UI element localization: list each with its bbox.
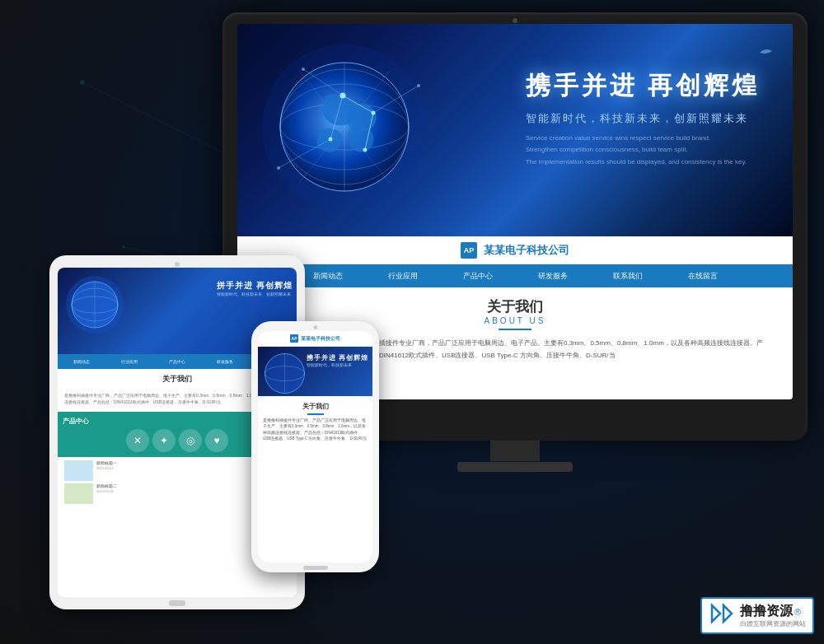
watermark-brand-name: 撸撸资源 [740,603,793,620]
phone-about-text: 是撸撸和插接件专业厂商，产品广泛应用于电脑周边、电子生产、主要有0.3mm、0.… [263,418,368,443]
monitor-hero-bg: 携手并进 再创辉煌 智能新时代，科技新未来，创新照耀未来 Service cre… [237,24,793,236]
tablet-globe [62,272,128,338]
tablet-product-icon-1: ✦ [152,429,176,452]
monitor-camera [513,18,517,23]
svg-marker-63 [723,605,732,622]
website-nav[interactable]: 新闻动态 行业应用 产品中心 研发服务 联系我们 在线留言 [237,264,793,287]
nav-item-news[interactable]: 新闻动态 [313,271,343,282]
nav-item-products[interactable]: 产品中心 [463,271,493,282]
tablet-news-text-1: 新闻标题二 [96,483,117,489]
phone-home-button[interactable] [303,566,328,570]
phone-title-underline [307,413,324,415]
svg-marker-62 [712,605,720,622]
phone-hero-title: 携手并进 再创辉煌 [307,353,368,362]
watermark-title-row: 撸撸资源 ® [740,603,806,620]
phone-logo-icon: AP [290,334,298,343]
tablet-news-date-0: 2023-10-01 [96,466,117,470]
tablet-nav-rd[interactable]: 研发服务 [217,359,233,364]
phone-camera [313,325,317,329]
hero-sub-title: 智能新时代，科技新未来，创新照耀未来 [526,111,760,126]
phone-device: AP 某某电子科技公司 携手并进 再创辉煌 智能新时代、科技新未来 [251,321,379,572]
tablet-product-icon-2: ◎ [179,429,202,452]
svg-point-44 [417,84,420,87]
tablet-product-icon-3: ♥ [205,429,228,452]
watermark-registered: ® [794,607,801,617]
nav-item-message[interactable]: 在线留言 [688,271,718,282]
svg-point-45 [277,166,280,170]
about-body-text: 是撸撸和插接件专业厂商，产品广泛应用于电脑周边、电子产品。主要有0.3mm、0.… [353,337,768,399]
tablet-news-img-0 [64,460,93,481]
phone-hero-text: 携手并进 再创辉煌 智能新时代、科技新未来 [307,353,368,367]
monitor-globe [254,36,435,217]
tablet-hero-title: 拼手并进 再创辉煌 [217,280,293,292]
phone-header: AP 某某电子科技公司 [258,331,372,347]
tablet-hero-sub: 智能新时代、科技新未来、创新照耀未来 [217,292,293,296]
phone-screen: AP 某某电子科技公司 携手并进 再创辉煌 智能新时代、科技新未来 [258,331,372,562]
tablet-nav-news[interactable]: 新闻动态 [73,359,90,364]
hero-main-title: 携手并进 再创辉煌 [526,69,760,103]
monitor-hero-text-block: 携手并进 再创辉煌 智能新时代，科技新未来，创新照耀未来 Service cre… [526,69,760,168]
logo-icon: AP [461,242,477,259]
phone-content: AP 某某电子科技公司 携手并进 再创辉煌 智能新时代、科技新未来 [258,331,372,562]
watermark: 撸撸资源 ® 白嫖互联网资源的网站 [700,597,814,634]
logo-text: 某某电子科技公司 [484,243,569,258]
tablet-news-text-0: 新闻标题一 [96,460,117,466]
about-title-cn: 关于我们 [262,297,768,316]
phone-frame: AP 某某电子科技公司 携手并进 再创辉煌 智能新时代、科技新未来 [251,321,379,572]
phone-hero: 携手并进 再创辉煌 智能新时代、科技新未来 [258,347,372,396]
watermark-text-area: 撸撸资源 ® 白嫖互联网资源的网站 [740,603,806,628]
nav-item-industry[interactable]: 行业应用 [388,271,418,282]
tablet-news-date-1: 2023-09-28 [96,489,117,493]
nav-item-contact[interactable]: 联系我们 [613,271,643,282]
tablet-home-button[interactable] [169,600,185,606]
tablet-news-img-1 [64,483,93,504]
watermark-subtitle: 白嫖互联网资源的网站 [740,620,806,628]
phone-about-section: 关于我们 是撸撸和插接件专业厂商，产品广泛应用于电脑周边、电子生产、主要有0.3… [258,396,372,446]
hero-en-desc: Service creation value service wins resp… [526,133,760,168]
svg-point-43 [302,68,305,71]
monitor-stand [457,441,573,472]
phone-hero-sub: 智能新时代、科技新未来 [307,362,368,367]
svg-point-9 [122,245,125,249]
nav-item-rd[interactable]: 研发服务 [538,271,568,282]
watermark-icon [709,602,735,629]
tablet-camera [175,262,180,267]
phone-globe [262,351,307,396]
tablet-nav-industry[interactable]: 行业应用 [121,359,138,364]
phone-section-title: 关于我们 [263,399,368,413]
phone-logo-text: 某某电子科技公司 [301,335,340,343]
about-title-underline [499,329,531,330]
svg-point-5 [80,80,85,85]
tablet-hero-text: 拼手并进 再创辉煌 智能新时代、科技新未来、创新照耀未来 [217,280,293,296]
tablet-nav-products[interactable]: 产品中心 [169,359,185,364]
website-header: AP 某某电子科技公司 [237,236,793,264]
tablet-product-icon-0: ✕ [126,429,149,452]
